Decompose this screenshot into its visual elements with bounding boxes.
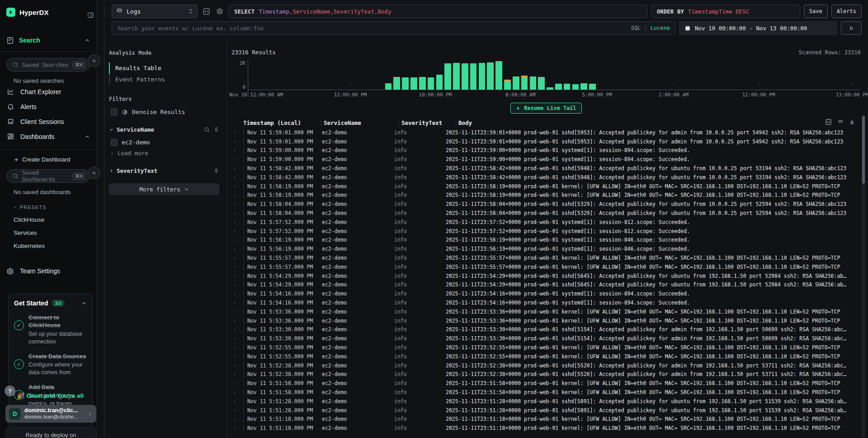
download-csv-icon[interactable]	[849, 119, 855, 125]
column-header-severitytext[interactable]: SeverityText	[401, 119, 453, 126]
load-more-button[interactable]: Load more	[110, 150, 219, 157]
log-row[interactable]: › Nov 11 5:59:01.000 PM ec2-demo info 20…	[231, 128, 861, 137]
log-row[interactable]: › Nov 11 5:52:38.000 PM ec2-demo info 20…	[231, 361, 861, 370]
histogram-bar[interactable]	[462, 63, 468, 90]
log-row[interactable]: › Nov 11 5:58:04.000 PM ec2-demo info 20…	[231, 200, 861, 209]
collapse-panel-button[interactable]: «	[88, 167, 100, 179]
row-expand-chevron[interactable]: ›	[231, 148, 243, 153]
histogram-bar[interactable]	[555, 84, 562, 90]
histogram-bar[interactable]	[410, 77, 417, 90]
column-settings-icon[interactable]	[837, 119, 844, 125]
log-row[interactable]: › Nov 11 5:53:30.000 PM ec2-demo info 20…	[231, 334, 861, 343]
row-expand-chevron[interactable]: ›	[231, 291, 243, 296]
sidebar-collapse-icon[interactable]	[87, 12, 94, 19]
histogram-bar[interactable]	[580, 83, 587, 90]
log-row[interactable]: › Nov 11 5:51:28.000 PM ec2-demo info 20…	[231, 406, 861, 415]
run-query-button[interactable]	[841, 21, 862, 35]
row-expand-chevron[interactable]: ›	[231, 327, 243, 332]
row-expand-chevron[interactable]: ›	[231, 202, 243, 207]
histogram-bar[interactable]	[470, 63, 477, 90]
denoise-results-option[interactable]: Denoise Results	[109, 109, 219, 115]
column-header-servicename[interactable]: ServiceName	[324, 119, 396, 126]
chevron-up-icon[interactable]	[85, 38, 90, 43]
log-row[interactable]: › Nov 11 5:57:52.000 PM ec2-demo info 20…	[231, 227, 861, 236]
row-expand-chevron[interactable]: ›	[231, 229, 243, 233]
pin-icon[interactable]	[213, 168, 219, 174]
log-row[interactable]: › Nov 11 5:58:42.000 PM ec2-demo info 20…	[231, 173, 861, 182]
histogram-bar[interactable]	[479, 63, 486, 90]
log-row[interactable]: › Nov 11 5:59:01.000 PM ec2-demo info 20…	[231, 137, 861, 146]
row-expand-chevron[interactable]: ›	[231, 309, 243, 314]
chevron-up-icon[interactable]	[85, 134, 90, 139]
histogram-bar[interactable]	[521, 76, 528, 90]
row-expand-chevron[interactable]: ›	[231, 139, 243, 144]
pin-icon[interactable]	[213, 127, 219, 133]
code-brackets-icon[interactable]	[201, 6, 211, 16]
histogram-bar[interactable]	[547, 87, 553, 90]
row-expand-chevron[interactable]: ›	[231, 381, 243, 386]
denoise-checkbox[interactable]	[111, 109, 118, 115]
get-started-item[interactable]: ✓ Connect to ClickHouse Set up your data…	[14, 314, 87, 346]
histogram-bar[interactable]	[530, 76, 537, 90]
row-expand-chevron[interactable]: ›	[231, 408, 243, 413]
row-expand-chevron[interactable]: ›	[231, 219, 243, 224]
row-expand-chevron[interactable]: ›	[231, 273, 243, 278]
histogram-bar[interactable]	[393, 77, 400, 90]
row-expand-chevron[interactable]: ›	[231, 417, 243, 422]
column-resize-handle[interactable]: ⋮	[453, 119, 458, 126]
row-expand-chevron[interactable]: ›	[231, 211, 243, 216]
chevron-up-icon[interactable]	[81, 300, 87, 306]
scrollbar-thumb[interactable]	[862, 116, 865, 184]
log-row[interactable]: › Nov 11 5:51:28.000 PM ec2-demo info 20…	[231, 397, 861, 406]
sidebar-nav-item[interactable]: Dashboards	[0, 129, 96, 144]
log-row[interactable]: › Nov 11 5:56:19.000 PM ec2-demo info 20…	[231, 244, 861, 253]
histogram-bar[interactable]	[572, 84, 579, 90]
raw-mode-icon[interactable]	[825, 119, 832, 125]
histogram-bar[interactable]	[402, 77, 409, 90]
deploy-banner[interactable]: Ready to deploy on	[5, 427, 96, 438]
histogram-bar[interactable]	[589, 84, 596, 90]
time-range-picker[interactable]: Nov 10 00:00:00 - Nov 13 00:00:00	[679, 21, 837, 35]
lucene-mode-toggle[interactable]: Lucene	[651, 25, 670, 31]
log-row[interactable]: › Nov 11 5:52:55.000 PM ec2-demo info 20…	[231, 352, 861, 361]
facet-checkbox[interactable]	[111, 139, 118, 146]
histogram-bar[interactable]	[504, 80, 511, 90]
log-row[interactable]: › Nov 11 5:51:58.000 PM ec2-demo info 20…	[231, 388, 861, 397]
more-filters-button[interactable]: More filters	[109, 183, 219, 195]
log-row[interactable]: › Nov 11 5:58:19.000 PM ec2-demo info 20…	[231, 182, 861, 191]
get-started-item[interactable]: ✓ Create Data Sources Configure where yo…	[14, 353, 87, 377]
column-resize-handle[interactable]: ⋮	[396, 119, 401, 126]
preset-dashboard-link[interactable]: Services	[14, 229, 96, 236]
log-row[interactable]: › Nov 11 5:57:52.000 PM ec2-demo info 20…	[231, 218, 861, 227]
row-expand-chevron[interactable]: ›	[231, 130, 243, 135]
row-expand-chevron[interactable]: ›	[231, 238, 243, 243]
histogram-bar[interactable]	[495, 61, 502, 90]
log-row[interactable]: › Nov 11 5:53:30.000 PM ec2-demo info 20…	[231, 325, 861, 334]
log-row[interactable]: › Nov 11 5:51:58.000 PM ec2-demo info 20…	[231, 379, 861, 388]
row-expand-chevron[interactable]: ›	[231, 256, 243, 261]
facet-search-icon[interactable]	[204, 127, 210, 133]
column-resize-handle[interactable]: ⋮	[318, 119, 324, 126]
row-expand-chevron[interactable]: ›	[231, 390, 243, 395]
sidebar-nav-item[interactable]: Alerts	[0, 99, 96, 114]
row-expand-chevron[interactable]: ›	[231, 282, 243, 287]
log-row[interactable]: › Nov 11 5:54:16.000 PM ec2-demo info 20…	[231, 289, 861, 298]
log-row[interactable]: › Nov 11 5:51:18.000 PM ec2-demo info 20…	[231, 415, 861, 424]
row-expand-chevron[interactable]: ›	[231, 372, 243, 377]
saved-dashboards-input[interactable]: Saved Dashboards ⌘K	[6, 169, 90, 183]
saved-searches-input[interactable]: Saved Searches ⌘K	[6, 58, 90, 71]
facet-servicename-header[interactable]: ServiceName	[109, 126, 219, 133]
histogram-bar[interactable]	[428, 77, 434, 90]
row-expand-chevron[interactable]: ›	[231, 264, 243, 269]
row-expand-chevron[interactable]: ›	[231, 193, 243, 198]
log-row[interactable]: › Nov 11 5:58:42.000 PM ec2-demo info 20…	[231, 164, 861, 173]
log-row[interactable]: › Nov 11 5:52:38.000 PM ec2-demo info 20…	[231, 370, 861, 379]
order-by-input[interactable]: ORDER BY TimestampTime DESC	[651, 5, 800, 18]
select-columns-input[interactable]: SELECT Timestamp,ServiceName,SeverityTex…	[228, 5, 647, 18]
preset-dashboard-link[interactable]: ClickHouse	[14, 216, 96, 223]
histogram-bar[interactable]	[538, 77, 545, 90]
facet-severitytext-header[interactable]: SeverityText	[109, 167, 219, 174]
analysis-mode-option[interactable]: Event Patterns	[109, 74, 219, 85]
preset-dashboard-link[interactable]: Kubernetes	[14, 243, 96, 249]
user-profile-button[interactable]: D dominic.tran@clic... dominic.tran@clic…	[5, 405, 96, 423]
